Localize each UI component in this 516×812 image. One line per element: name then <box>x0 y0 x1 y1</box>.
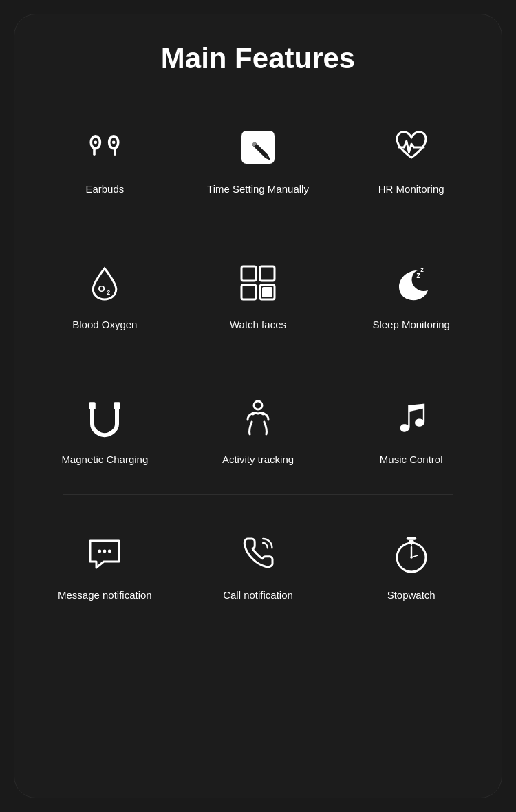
svg-point-27 <box>103 549 107 553</box>
watch-faces-icon <box>234 259 282 307</box>
svg-text:z: z <box>416 270 420 279</box>
feature-item-earbuds: Earbuds <box>28 103 182 210</box>
feature-item-stopwatch: Stopwatch <box>334 509 488 616</box>
svg-rect-14 <box>241 266 256 281</box>
time-setting-icon <box>234 123 282 171</box>
music-control-icon <box>387 394 436 442</box>
magnetic-charging-label: Magnetic Charging <box>61 453 148 467</box>
svg-rect-15 <box>260 266 275 281</box>
activity-tracking-icon <box>234 394 282 442</box>
feature-item-call-notification: Call notification <box>182 509 335 616</box>
time-setting-label: Time Setting Manually <box>207 182 309 196</box>
svg-point-28 <box>108 549 111 553</box>
activity-tracking-label: Activity tracking <box>222 453 294 467</box>
feature-item-hr-monitoring: HR Monitoring <box>334 103 488 210</box>
feature-item-time-setting: Time Setting Manually <box>182 103 335 210</box>
svg-point-2 <box>94 140 98 144</box>
svg-rect-22 <box>114 402 121 409</box>
hr-monitoring-icon <box>387 123 436 171</box>
svg-text:z: z <box>420 266 424 273</box>
divider-2 <box>63 359 452 359</box>
svg-rect-18 <box>262 287 272 297</box>
feature-item-activity-tracking: Activity tracking <box>182 373 335 480</box>
call-notification-label: Call notification <box>223 588 293 602</box>
earbuds-label: Earbuds <box>85 182 124 196</box>
magnetic-charging-icon <box>80 394 129 442</box>
divider-1 <box>63 224 452 224</box>
feature-item-magnetic-charging: Magnetic Charging <box>28 373 182 480</box>
svg-point-6 <box>112 140 116 144</box>
svg-point-26 <box>98 549 102 553</box>
feature-item-message-notification: Message notification <box>28 509 182 616</box>
hr-monitoring-label: HR Monitoring <box>378 182 444 196</box>
feature-item-music-control: Music Control <box>334 373 488 480</box>
svg-rect-31 <box>406 537 416 540</box>
blood-oxygen-label: Blood Oxygen <box>72 318 137 332</box>
call-notification-icon <box>234 529 282 577</box>
svg-rect-30 <box>409 539 413 544</box>
main-card: Main Features E <box>14 14 502 798</box>
sleep-monitoring-icon: z z <box>387 259 436 307</box>
features-grid: Earbuds Time Setting Manually <box>28 103 488 615</box>
stopwatch-icon <box>387 529 436 577</box>
watch-faces-label: Watch faces <box>230 318 286 332</box>
feature-item-watch-faces: Watch faces <box>182 238 335 345</box>
svg-text:2: 2 <box>107 288 111 295</box>
sleep-monitoring-label: Sleep Monitoring <box>372 318 450 332</box>
svg-text:O: O <box>98 284 105 294</box>
message-notification-icon <box>80 529 129 577</box>
feature-item-sleep-monitoring: z z Sleep Monitoring <box>334 238 488 345</box>
divider-3 <box>63 494 452 495</box>
blood-oxygen-icon: O 2 <box>80 259 129 307</box>
svg-line-34 <box>411 555 418 557</box>
svg-point-23 <box>254 401 262 409</box>
music-control-label: Music Control <box>380 453 443 467</box>
svg-point-25 <box>261 412 265 416</box>
svg-rect-16 <box>241 285 256 299</box>
svg-point-24 <box>251 412 255 416</box>
stopwatch-label: Stopwatch <box>387 588 436 602</box>
feature-item-blood-oxygen: O 2 Blood Oxygen <box>28 238 182 345</box>
page-title: Main Features <box>161 42 355 75</box>
earbuds-icon <box>80 123 129 171</box>
svg-rect-21 <box>89 402 96 409</box>
svg-rect-3 <box>94 148 96 156</box>
svg-rect-7 <box>114 148 117 156</box>
message-notification-label: Message notification <box>58 588 152 602</box>
